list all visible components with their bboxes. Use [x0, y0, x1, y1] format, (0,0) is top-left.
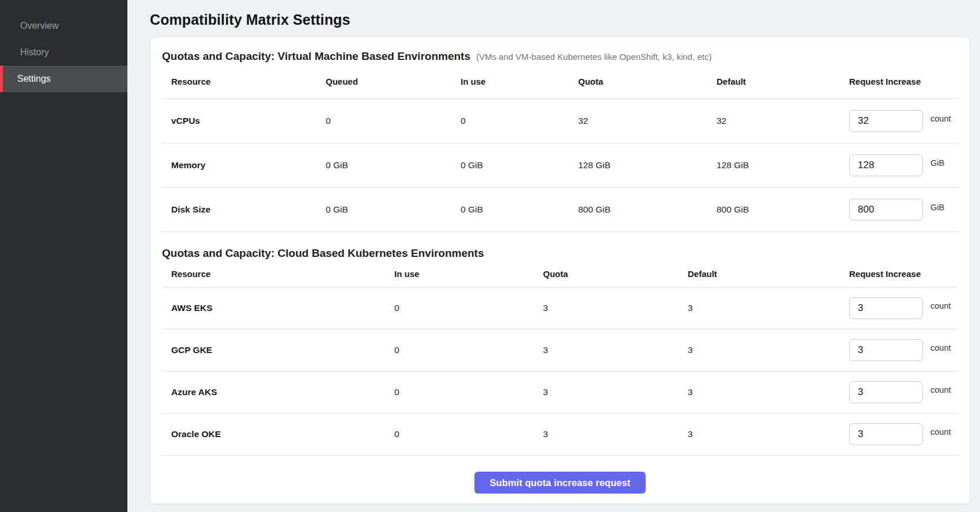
table-row: GCP GKE033count: [162, 329, 958, 371]
cell-resource: GCP GKE: [162, 345, 394, 355]
sidebar-item-label: Overview: [20, 21, 59, 31]
unit-label: count: [930, 114, 951, 123]
cell-in-use: 0: [394, 303, 543, 313]
sidebar: OverviewHistorySettings: [0, 0, 127, 512]
request-increase-cell: count: [849, 423, 958, 445]
cell-quota: 3: [543, 387, 688, 397]
unit-label: count: [930, 343, 951, 352]
cell-queued: 0 GiB: [326, 160, 461, 170]
submit-button-row: Submit quota increase request: [162, 472, 958, 494]
request-increase-input[interactable]: [849, 199, 923, 221]
sidebar-item-label: History: [20, 47, 49, 58]
cell-queued: 0: [326, 116, 461, 126]
sidebar-item-overview[interactable]: Overview: [0, 13, 127, 39]
vm-section-header: Quotas and Capacity: Virtual Machine Bas…: [162, 49, 958, 65]
main-content: Compatibility Matrix Settings Quotas and…: [127, 0, 980, 512]
unit-label: count: [930, 427, 951, 437]
request-increase-cell: count: [849, 381, 958, 403]
request-increase-cell: GiB: [849, 199, 958, 221]
request-increase-cell: count: [849, 297, 958, 319]
col-header-quota: Quota: [578, 77, 717, 86]
table-row: vCPUs003232count: [162, 99, 958, 143]
col-header-quota: Quota: [543, 269, 688, 279]
cell-quota: 32: [578, 116, 717, 126]
cell-quota: 3: [543, 429, 688, 439]
cell-in-use: 0: [461, 116, 578, 126]
cloud-section-title: Quotas and Capacity: Cloud Based Kuberne…: [162, 246, 484, 261]
cell-resource: Memory: [162, 160, 326, 170]
unit-label: GiB: [930, 203, 944, 212]
sidebar-item-history[interactable]: History: [0, 39, 127, 66]
request-increase-input[interactable]: [849, 154, 923, 176]
cell-resource: Oracle OKE: [162, 429, 394, 439]
cell-quota: 3: [543, 303, 688, 313]
cell-quota: 800 GiB: [578, 204, 717, 215]
request-increase-input[interactable]: [849, 381, 923, 403]
sidebar-item-label: Settings: [17, 74, 51, 84]
cell-resource: AWS EKS: [162, 303, 394, 313]
request-increase-input[interactable]: [849, 339, 923, 361]
sidebar-nav-list: OverviewHistorySettings: [0, 0, 127, 92]
table-row: Azure AKS033count: [162, 371, 958, 414]
cloud-section-header: Quotas and Capacity: Cloud Based Kuberne…: [162, 246, 958, 261]
col-header-request-increase: Request Increase: [849, 77, 958, 86]
cloud-quota-table: ResourceIn useQuotaDefaultRequest Increa…: [162, 261, 958, 456]
cell-quota: 3: [543, 345, 688, 355]
cell-default: 3: [688, 429, 849, 439]
unit-label: GiB: [930, 158, 944, 168]
cell-default: 32: [717, 116, 849, 126]
table-row: Memory0 GiB0 GiB128 GiB128 GiBGiB: [162, 143, 958, 188]
col-header-default: Default: [717, 77, 849, 86]
request-increase-input[interactable]: [849, 423, 923, 445]
cell-resource: vCPUs: [162, 116, 326, 126]
col-header-resource: Resource: [162, 269, 394, 279]
submit-quota-button[interactable]: Submit quota increase request: [474, 472, 645, 494]
cell-resource: Disk Size: [162, 204, 326, 215]
col-header-resource: Resource: [162, 77, 326, 86]
col-header-in-use: In use: [394, 269, 543, 279]
cell-in-use: 0 GiB: [461, 160, 578, 170]
vm-section-title: Quotas and Capacity: Virtual Machine Bas…: [162, 49, 470, 64]
request-increase-cell: count: [849, 110, 958, 132]
cell-quota: 128 GiB: [578, 160, 717, 170]
cell-default: 3: [688, 387, 849, 397]
col-header-queued: Queued: [326, 77, 461, 86]
app-root: OverviewHistorySettings Compatibility Ma…: [0, 0, 980, 512]
cell-default: 800 GiB: [717, 204, 849, 215]
table-row: Disk Size0 GiB0 GiB800 GiB800 GiBGiB: [162, 188, 958, 232]
request-increase-input[interactable]: [849, 110, 923, 132]
cell-queued: 0 GiB: [326, 204, 461, 215]
settings-card: Quotas and Capacity: Virtual Machine Bas…: [150, 37, 970, 504]
table-header-row: ResourceIn useQuotaDefaultRequest Increa…: [162, 261, 958, 287]
col-header-default: Default: [688, 269, 849, 279]
request-increase-input[interactable]: [849, 297, 923, 319]
table-row: AWS EKS033count: [162, 287, 958, 329]
table-header-row: ResourceQueuedIn useQuotaDefaultRequest …: [162, 65, 958, 99]
col-header-request-increase: Request Increase: [849, 269, 958, 279]
vm-quota-table: ResourceQueuedIn useQuotaDefaultRequest …: [162, 65, 958, 232]
request-increase-cell: count: [849, 339, 958, 361]
cell-default: 3: [688, 303, 849, 313]
table-row: Oracle OKE033count: [162, 414, 958, 456]
cell-in-use: 0 GiB: [461, 204, 578, 215]
request-increase-cell: GiB: [849, 154, 958, 176]
page-title: Compatibility Matrix Settings: [150, 10, 970, 29]
cell-default: 128 GiB: [717, 160, 849, 170]
cell-default: 3: [688, 345, 849, 355]
sidebar-item-settings[interactable]: Settings: [0, 66, 127, 92]
col-header-in-use: In use: [461, 77, 578, 86]
unit-label: count: [930, 385, 951, 395]
cell-resource: Azure AKS: [162, 387, 394, 397]
unit-label: count: [930, 301, 951, 310]
cell-in-use: 0: [394, 345, 543, 355]
cell-in-use: 0: [394, 429, 543, 439]
vm-section-subtitle: (VMs and VM-based Kubernetes like OpenSh…: [476, 50, 712, 65]
cell-in-use: 0: [394, 387, 543, 397]
